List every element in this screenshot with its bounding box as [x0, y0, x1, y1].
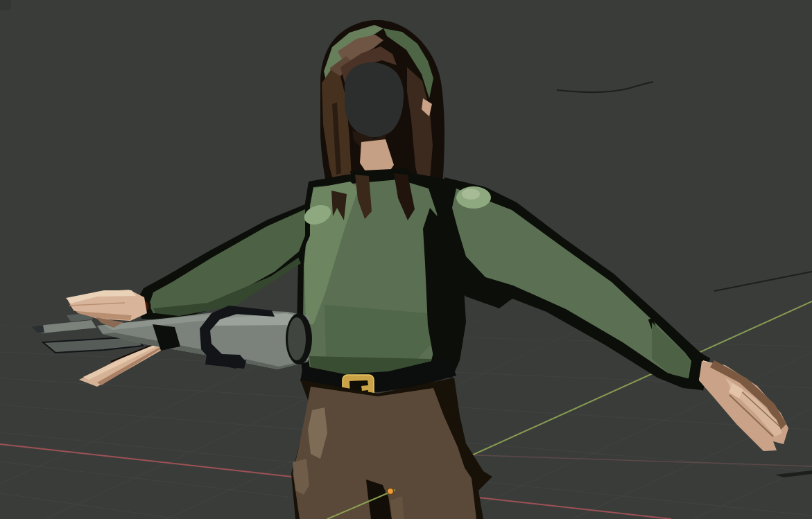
face-shape	[345, 62, 404, 137]
right-shoulder-highlight-core	[462, 188, 480, 200]
rifle-stock-endface	[288, 317, 306, 360]
viewport-canvas[interactable]	[0, 0, 812, 519]
pants-inner-leg-light	[390, 496, 404, 519]
viewport-corner-patch	[0, 0, 11, 10]
origin-dot[interactable]	[388, 489, 394, 495]
belly-fold-shadow	[325, 305, 434, 362]
object-origin-dot[interactable]	[388, 489, 394, 495]
viewport[interactable]	[0, 0, 812, 519]
